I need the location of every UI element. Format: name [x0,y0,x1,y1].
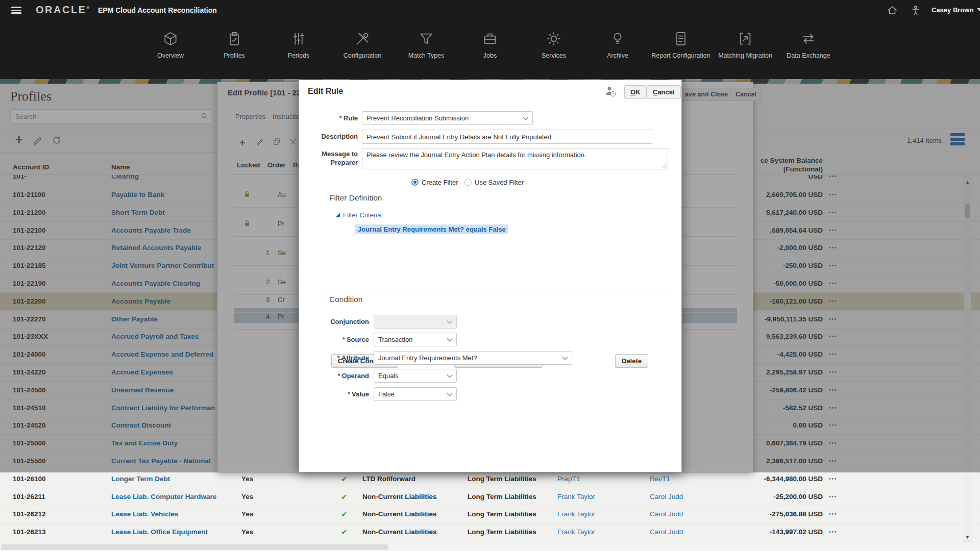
nav-item-overview[interactable]: Overview [139,31,202,60]
user-menu[interactable]: Casey Brown [932,6,980,14]
delete-button[interactable]: Delete [615,354,648,368]
chevron-down-icon [447,392,453,396]
balance-value: -25,200.00 USD [704,488,823,506]
modal-cancel-button[interactable]: Cancel [647,85,681,99]
filter-criteria-node[interactable]: Filter Criteria [343,211,381,219]
row-actions-button[interactable]: ••• [829,470,838,488]
conjunction-select[interactable] [374,315,457,329]
table-row[interactable]: 101-26211Lease Liab. Computer HardwareYe… [0,488,980,506]
funnel-icon [418,40,434,48]
description-input[interactable] [362,130,652,144]
message-to-preparer-label: Message toPreparer [299,149,358,167]
nav-label: Profiles [203,52,266,60]
create-filter-radio-label[interactable]: Create Filter [422,179,458,186]
preparer-link[interactable]: Frank Taylor [557,488,595,506]
hamburger-menu-icon[interactable] [11,7,21,14]
nav-label: Match Types [395,52,458,60]
screen: ORACLE® EPM Cloud Account Reconciliation… [0,0,980,551]
source-label: *Source [310,335,369,344]
use-saved-filter-radio[interactable] [464,179,472,186]
preparer-link[interactable]: Frank Taylor [557,506,595,523]
box-arrow-icon [737,40,753,48]
nav-item-jobs[interactable]: Jobs [458,31,522,60]
row-actions-button[interactable]: ••• [829,523,838,541]
nav-label: Data Exchange [777,52,840,60]
rule-select[interactable]: Prevent Reconciliation Submission [362,111,533,125]
nav-item-data-exchange[interactable]: Data Exchange [777,31,840,60]
attribute-select[interactable]: Journal Entry Requirements Met? [374,351,572,365]
nav-item-archive[interactable]: Archive [586,31,649,60]
locked-value: Yes [241,488,253,506]
svg-text:?: ? [612,92,614,96]
table-row[interactable]: 101-26213Lease Liab. Office EquipmentYes… [0,523,980,541]
sliders-icon [290,40,307,48]
account-type-value: Long Term Liabilities [468,470,536,488]
chevron-down-icon [523,116,529,120]
use-saved-filter-radio-label[interactable]: Use Saved Filter [475,179,524,186]
profile-name-link[interactable]: Lease Liab. Office Equipment [111,523,208,541]
gear-icon [546,40,562,48]
locked-value: Yes [241,523,253,541]
filter-criteria-value[interactable]: Journal Entry Requirements Met? equals F… [355,224,508,234]
nav-item-profiles[interactable]: Profiles [203,31,266,60]
nav-item-periods[interactable]: Periods [267,31,330,60]
app-title: EPM Cloud Account Reconciliation [98,6,217,14]
chevron-down-icon [447,338,453,342]
preparer-link[interactable]: Frank Taylor [557,523,595,541]
cube-icon [162,40,179,48]
person-help-icon[interactable]: ? [604,85,618,98]
textarea-resize-handle[interactable] [662,163,667,168]
nav-label: Jobs [458,52,522,60]
row-actions-button[interactable]: ••• [829,488,838,506]
completed-check-icon: ✔ [341,488,348,506]
completed-check-icon: ✔ [341,470,348,488]
document-icon [673,40,689,48]
clipboard-check-icon [226,40,242,48]
nav-label: Overview [139,52,202,60]
value-select[interactable]: False [374,387,457,401]
lightbulb-icon [609,40,626,48]
rule-label: *Rule [299,114,358,122]
source-select[interactable]: Transaction [374,333,457,346]
operand-label: *Operand [310,371,369,380]
nav-label: Report Configuration [649,52,713,60]
balance-value: -143,997.02 USD [704,523,823,541]
nav-label: Matching Migration [714,52,777,60]
profile-name-link[interactable]: Longer Term Debt [111,470,170,488]
scroll-down-icon[interactable]: ▼ [964,535,971,540]
method-value: Non-Current Liabilities [362,523,437,541]
horizontal-scrollbar[interactable] [0,543,980,551]
account-type-value: Long Term Liabilities [468,488,536,506]
account-id: 101-26100 [13,470,46,488]
tools-icon [354,40,371,48]
nav-item-configuration[interactable]: Configuration [331,31,394,60]
horizontal-scrollbar-thumb[interactable] [1,544,388,550]
preparer-link[interactable]: PrepT1 [557,470,580,488]
accessibility-person-icon[interactable] [910,4,922,16]
profile-name-link[interactable]: Lease Liab. Computer Hardware [111,488,216,506]
profile-name-link[interactable]: Lease Liab. Vehicles [111,506,178,523]
reviewer-link[interactable]: Carol Judd [650,506,683,523]
table-row[interactable]: 101-26212Lease Liab. VehiclesYes✔Non-Cur… [0,506,980,523]
swap-arrows-icon [800,40,817,48]
nav-label: Services [522,52,585,60]
reviewer-link[interactable]: Carol Judd [650,523,683,541]
table-row[interactable]: 101-26100Longer Term DebtYes✔LTD Rollfor… [0,470,980,488]
balance-value: -275,036.88 USD [704,506,823,523]
message-to-preparer-textarea[interactable]: Please review the Journal Entry Action P… [362,148,668,169]
home-icon[interactable] [886,4,898,16]
nav-item-match-types[interactable]: Match Types [395,31,458,60]
chevron-down-icon [977,8,980,11]
create-filter-radio[interactable] [411,179,419,186]
nav-item-report-configuration[interactable]: Report Configuration [649,31,713,60]
nav-item-matching-migration[interactable]: Matching Migration [714,31,777,60]
reviewer-link[interactable]: RevT1 [650,470,670,488]
reviewer-link[interactable]: Carol Judd [650,488,683,506]
nav-item-services[interactable]: Services [522,31,585,60]
description-label: Description [299,132,358,141]
row-actions-button[interactable]: ••• [829,506,838,523]
method-value: Non-Current Liabilities [362,488,437,506]
expanded-node-icon[interactable] [335,213,340,217]
operand-select[interactable]: Equals [374,369,457,383]
ok-button[interactable]: OK [624,85,647,99]
